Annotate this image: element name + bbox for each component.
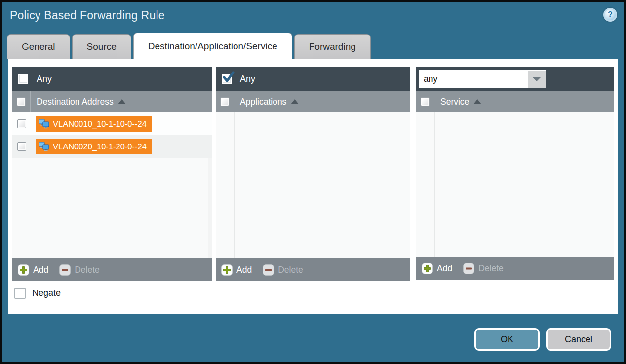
applications-column-header[interactable]: Applications [216,91,410,112]
delete-minus-icon [463,263,474,274]
tab-destination-application-service[interactable]: Destination/Application/Service [133,33,292,59]
table-row[interactable]: VLAN0020_10-1-20-0--24 [12,135,212,158]
sort-asc-icon [291,99,299,104]
service-dropdown-button[interactable] [527,71,546,88]
tab-source[interactable]: Source [72,34,131,59]
row-checkbox[interactable] [17,119,26,128]
tab-forwarding[interactable]: Forwarding [294,34,371,59]
applications-select-all-checkbox[interactable] [220,97,229,106]
destination-column-label: Destination Address [37,97,114,107]
destination-address-panel: Any Destination Address [12,67,212,281]
dialog-title: Policy Based Forwarding Rule [10,9,165,22]
address-object-chip[interactable]: VLAN0010_10-1-10-0--24 [36,116,152,132]
address-object-chip[interactable]: VLAN0020_10-1-20-0--24 [36,139,152,154]
applications-panel: Any Applications [216,67,410,281]
destination-add-button[interactable]: Add [18,264,48,276]
applications-column-label: Applications [240,97,286,107]
service-list [416,112,614,257]
row-checkbox[interactable] [17,142,26,151]
ok-button[interactable]: OK [474,328,540,351]
destination-any-checkbox[interactable] [18,74,28,84]
address-object-label: VLAN0020_10-1-20-0--24 [53,142,147,151]
service-column-header[interactable]: Service [416,91,614,112]
panels-row: Any Destination Address [12,67,618,281]
add-plus-icon [221,264,233,276]
tab-bar: General Source Destination/Application/S… [7,33,371,59]
destination-any-label: Any [37,74,52,84]
help-icon[interactable]: ? [603,8,617,22]
destination-delete-button: Delete [59,264,100,276]
negate-label: Negate [32,288,61,298]
destination-list: VLAN0010_10-1-10-0--24 [12,112,212,258]
delete-minus-icon [263,264,274,276]
applications-any-checkbox[interactable] [222,74,232,84]
service-footer-bar: Add Delete [416,257,614,280]
applications-any-header: Any [216,67,410,91]
chevron-down-icon [532,77,541,81]
applications-list [216,112,410,258]
dialog-buttons: OK Cancel [474,328,611,351]
negate-row: Negate [14,288,618,299]
add-plus-icon [18,264,29,276]
service-dropdown-input[interactable] [420,71,527,88]
service-delete-button: Delete [463,263,504,274]
destination-column-header[interactable]: Destination Address [12,91,212,112]
applications-delete-button: Delete [263,264,303,276]
table-row[interactable]: VLAN0010_10-1-10-0--24 [12,112,212,135]
service-dropdown [419,70,546,88]
sort-asc-icon [118,99,126,104]
cancel-button[interactable]: Cancel [546,328,611,351]
address-object-label: VLAN0010_10-1-10-0--24 [53,119,147,129]
screen: Policy Based Forwarding Rule ? General S… [0,0,626,364]
add-plus-icon [422,263,433,274]
service-dropdown-header [416,67,614,91]
service-add-button[interactable]: Add [422,263,452,274]
destination-any-header: Any [12,67,212,91]
network-address-icon [39,119,49,129]
service-select-all-checkbox[interactable] [421,97,430,106]
service-panel: Service Add [416,67,614,280]
tab-content: Any Destination Address [8,59,618,314]
network-address-icon [39,142,49,151]
checkmark-icon [222,71,235,84]
delete-minus-icon [59,264,71,276]
applications-footer-bar: Add Delete [216,258,410,281]
tab-general[interactable]: General [7,34,70,59]
service-column-label: Service [440,97,469,107]
applications-add-button[interactable]: Add [221,264,252,276]
sort-asc-icon [473,99,481,104]
destination-select-all-checkbox[interactable] [17,97,26,106]
negate-checkbox[interactable] [14,288,26,299]
destination-footer-bar: Add Delete [12,258,212,281]
applications-any-label: Any [240,74,255,84]
policy-based-forwarding-dialog: Policy Based Forwarding Rule ? General S… [2,2,624,362]
